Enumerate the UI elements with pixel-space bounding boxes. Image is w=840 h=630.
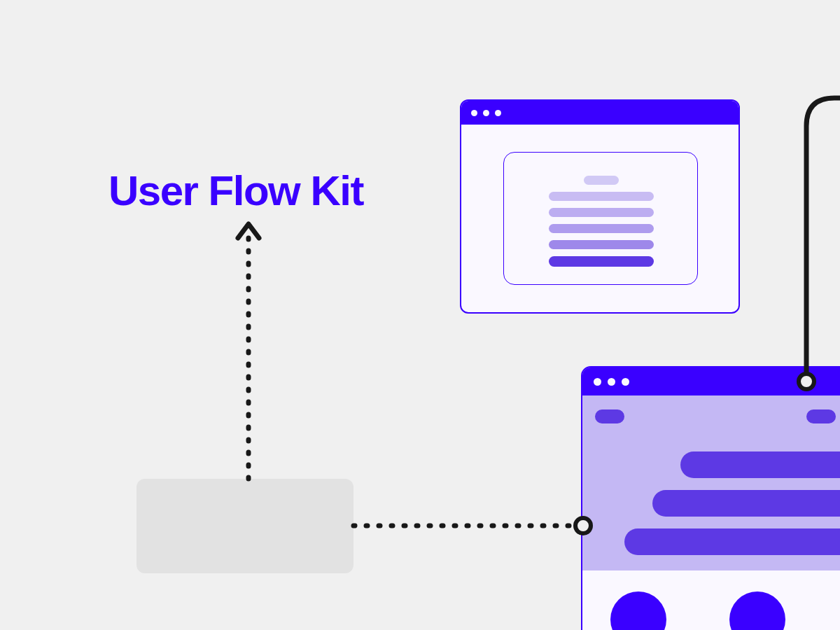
arrowhead-up-icon: [238, 224, 259, 238]
window-dot-icon: [622, 378, 629, 386]
content-bar: [652, 490, 840, 517]
flow-node-placeholder: [136, 479, 354, 573]
window-dot-icon: [483, 110, 489, 116]
content-bar: [680, 451, 840, 478]
window-dot-icon: [608, 378, 615, 386]
text-line-placeholder: [549, 208, 654, 217]
text-line-placeholder: [549, 240, 654, 249]
content-card: [503, 152, 698, 285]
text-line-placeholder: [549, 192, 654, 201]
wireframe-window-list: [581, 366, 840, 630]
connector-solid-curve: [806, 98, 840, 382]
tab-pill: [806, 410, 836, 424]
tab-pill: [595, 410, 624, 424]
window-titlebar: [582, 368, 840, 396]
wireframe-window-card: [460, 99, 740, 314]
window-titlebar: [461, 101, 738, 125]
window-dot-icon: [495, 110, 501, 116]
window-dot-icon: [594, 378, 601, 386]
text-line-placeholder: [584, 176, 619, 185]
text-line-placeholder: [549, 224, 654, 233]
page-title: User Flow Kit: [108, 167, 363, 215]
window-dot-icon: [471, 110, 477, 116]
text-line-placeholder: [549, 256, 654, 267]
content-bar: [624, 528, 840, 555]
